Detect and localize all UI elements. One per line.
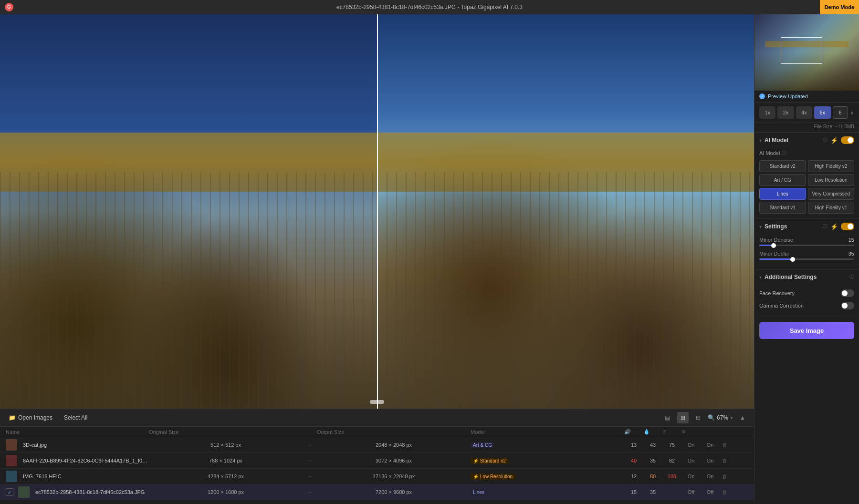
scale-custom-input[interactable] [833,106,848,119]
output-size-cell: 3072 × 4096 px [317,458,471,463]
select-all-button[interactable]: Select All [61,413,90,422]
file-row[interactable]: 3D-cat.jpg 512 × 512 px → 2048 × 2048 px… [0,437,754,453]
additional-settings-title: Additional Settings [765,274,847,280]
additional-chevron-icon: ▾ [759,275,762,280]
zoom-level-label: 67% [717,414,728,421]
more-options-button[interactable]: ⋮ [849,17,856,26]
deblur-cell: 43 [643,442,662,448]
gamma-correction-toggle[interactable] [841,302,854,309]
model-low-resolution-button[interactable]: Low Resolution [808,174,855,186]
file-list-header: Name Original Size Output Size Model 🔊 💧… [0,427,754,437]
model-lines-button[interactable]: Lines [759,188,806,200]
scale-buttons: 1x 2x 4x 6x x [754,103,859,123]
view-split-button[interactable]: ⊞ [677,412,689,423]
file-row[interactable]: 8AAFF220-B899-4F24-82C6-0C6F5444A17B_1_I… [0,453,754,469]
face-cell: On [681,458,701,463]
split-handle[interactable] [370,400,384,404]
view-grid-button[interactable]: ⊟ [692,412,704,423]
delete-button[interactable]: 🗑 [720,472,729,481]
scale-4x-button[interactable]: 4x [796,106,812,119]
model-standard-v2-button[interactable]: Standard v2 [759,160,806,172]
model-very-compressed-button[interactable]: Very Compressed [808,188,855,200]
additional-settings-content: Face Recovery Gamma Correction [754,284,859,317]
scale-1x-button[interactable]: 1x [759,106,775,119]
denoise-label: Minor Denoise [759,237,793,243]
arrow-cell: → [303,473,317,479]
deblur-cell: 35 [643,458,662,463]
open-images-label: Open Images [18,414,52,421]
collapse-button[interactable]: ▲ [737,412,748,423]
select-row: Select [0,500,754,504]
denoise-thumb[interactable] [771,243,776,248]
denoise-cell: 15 [624,489,643,495]
file-name-cell: 3D-cat.jpg [6,439,149,451]
deblur-value: 35 [842,251,854,257]
additional-settings-header[interactable]: ▾ Additional Settings ⓘ [754,270,859,284]
additional-info-icon[interactable]: ⓘ [849,274,854,280]
check-cell[interactable]: ✓ [6,488,13,496]
face-recovery-toggle[interactable] [841,289,854,297]
deblur-fill [759,258,793,260]
open-images-button[interactable]: 📁 Open Images [6,413,55,422]
output-size-cell: 2048 × 2048 px [317,442,471,448]
arch-detail-right [377,172,754,409]
toolbar-right: ▤ ⊞ ⊟ 🔍 67% ▾ ▲ [662,412,748,423]
thumb-viewport [781,37,823,64]
preview-dot-icon: ✓ [759,93,765,99]
gamma-cell: On [701,473,720,479]
main-layout: 📁 Open Images Select All ▤ ⊞ ⊟ 🔍 67% ▾ ▲ [0,14,859,504]
settings-section: ▾ Settings ⓘ ⚡ Minor Denoise 15 [754,219,859,270]
ai-model-toggle[interactable] [841,136,854,144]
scale-2x-button[interactable]: 2x [777,106,794,119]
ai-model-sub-info-icon[interactable]: ⓘ [782,150,786,156]
face-recovery-label: Face Recovery [759,290,795,296]
file-size-label: File Size: ~11.0MB [754,123,859,133]
image-right-pane [377,14,754,409]
col-model: Model [471,429,624,435]
ai-model-sublabel: AI Model ⓘ [754,148,859,158]
delete-button[interactable]: 🗑 [720,487,729,497]
col3-cell: 82 [662,458,681,463]
ai-model-chevron-icon: ▾ [759,138,762,143]
file-row[interactable]: IMG_7616.HEIC 4284 × 5712 px → 17136 × 2… [0,469,754,484]
demo-mode-badge: Demo Mode [820,0,859,14]
scale-6x-button[interactable]: 6x [814,106,830,119]
titlebar: G ec78532b-2958-4381-8c18-7df46c02c53a.J… [0,0,859,14]
denoise-slider[interactable] [759,245,854,246]
deblur-thumb[interactable] [790,257,795,262]
col-h1: 🔊 [624,429,643,435]
delete-button[interactable]: 🗑 [720,456,729,465]
face-cell: Off [681,489,701,495]
model-high-fidelity-v2-button[interactable]: High Fidelity v2 [808,160,855,172]
file-thumbnail [6,455,17,466]
model-standard-v1-button[interactable]: Standard v1 [759,202,806,214]
save-image-button[interactable]: Save Image [759,322,854,339]
ai-model-section-header[interactable]: ▾ AI Model ⓘ ⚡ [754,133,859,148]
additional-settings-section: ▾ Additional Settings ⓘ Face Recovery Ga… [754,270,859,317]
image-viewer[interactable] [0,14,754,409]
gamma-cell: On [701,458,720,463]
delete-button[interactable]: 🗑 [720,440,729,450]
view-single-button[interactable]: ▤ [662,412,673,423]
settings-info-icon[interactable]: ⓘ [823,223,828,230]
toggle-knob [842,290,848,296]
deblur-slider[interactable] [759,258,854,260]
col-h4: ≋ [681,429,701,435]
col-output-size: Output Size [317,429,471,435]
file-name-cell: 8AAFF220-B899-4F24-82C6-0C6F5444A17B_1_I… [6,455,149,466]
model-art-cg-button[interactable]: Art / CG [759,174,806,186]
ai-model-info-icon[interactable]: ⓘ [823,137,828,144]
scale-x-label: x [850,110,855,115]
file-row[interactable]: ✓ ec78532b-2958-4381-8c18-7df46c02c53a.J… [0,484,754,500]
settings-section-title: Settings [765,223,820,230]
model-high-fidelity-v1-button[interactable]: High Fidelity v1 [808,202,855,214]
image-left-pane [0,14,377,409]
settings-toggle[interactable] [841,223,854,230]
file-name-cell: ✓ ec78532b-2958-4381-8c18-7df46c02c53a.J… [6,486,149,498]
deblur-cell: 35 [643,489,662,495]
split-divider[interactable] [377,14,378,409]
file-name-text: ec78532b-2958-4381-8c18-7df46c02c53a.JPG [35,489,145,495]
settings-section-header[interactable]: ▾ Settings ⓘ ⚡ [754,219,859,234]
select-all-label: Select All [64,414,87,421]
ai-model-grid: Standard v2 High Fidelity v2 Art / CG Lo… [754,158,859,218]
